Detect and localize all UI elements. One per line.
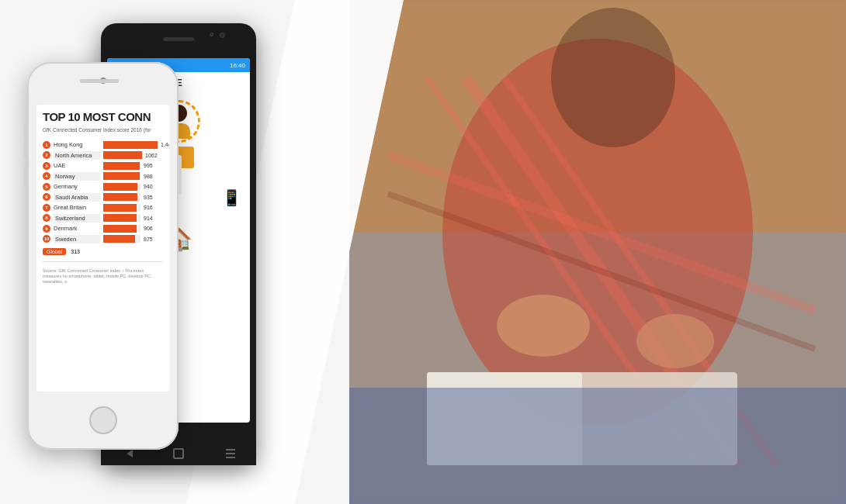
chart-row: 6 Saudi Arabia 935 — [43, 193, 163, 202]
bar-container — [103, 172, 140, 180]
rank-badge: 9 — [43, 225, 50, 233]
bar — [103, 162, 140, 170]
iphone: TOP 10 MOST CONN GfK Connected Consumer … — [27, 62, 179, 450]
photo-background — [349, 0, 846, 504]
iphone-mute-btn — [24, 124, 27, 138]
bar — [103, 193, 137, 201]
score-value: 995 — [144, 163, 163, 168]
iphone-home-button[interactable] — [89, 406, 117, 434]
score-value: 1062 — [145, 153, 165, 158]
bar-container — [103, 183, 140, 191]
bar — [103, 204, 137, 212]
bar — [103, 172, 140, 180]
score-value: 935 — [144, 195, 163, 200]
global-badge: Global — [43, 248, 66, 255]
android-camera — [220, 33, 225, 38]
global-score: 313 — [71, 249, 80, 254]
country-label: UAE — [54, 162, 100, 169]
country-label: Germany — [54, 183, 100, 190]
iphone-vol-up — [24, 140, 27, 159]
chart-row: 7 Great Britain 916 — [43, 204, 163, 212]
bar — [103, 151, 142, 159]
chart-container: 1 Hong Kong 1,4480 2 North America 1062 … — [43, 141, 163, 243]
android-speaker — [163, 37, 194, 41]
bar-container — [103, 141, 158, 149]
country-label: Norway — [54, 172, 100, 181]
iphone-speaker — [80, 79, 119, 83]
iphone-screen: TOP 10 MOST CONN GfK Connected Consumer … — [36, 105, 169, 392]
bar-container — [103, 214, 140, 222]
rank-badge: 1 — [43, 141, 50, 149]
divider — [43, 261, 163, 262]
chart-row: 8 Switzerland 914 — [43, 214, 163, 223]
score-value: 916 — [144, 205, 163, 210]
iphone-power-btn — [179, 155, 182, 194]
country-label: Saudi Arabia — [54, 193, 100, 202]
country-label: North America — [54, 151, 100, 160]
android-sensor — [210, 33, 213, 36]
score-value: 1,4480 — [161, 142, 169, 147]
country-label: Sweden — [54, 235, 100, 243]
bar-container — [103, 235, 140, 243]
bar — [103, 225, 137, 233]
rank-badge: 8 — [43, 214, 50, 222]
bar-container — [103, 225, 140, 233]
rank-badge: 2 — [43, 151, 50, 159]
iphone-chart-subtitle: GfK Connected Consumer Index score 2016 … — [43, 127, 163, 133]
iphone-vol-down — [24, 167, 27, 186]
chart-row: 5 Germany 940 — [43, 183, 163, 191]
rank-badge: 6 — [43, 193, 50, 201]
bar-container — [103, 162, 140, 170]
score-value: 988 — [144, 174, 163, 179]
chart-row: 10 Sweden 875 — [43, 235, 163, 243]
country-label: Great Britain — [54, 204, 100, 211]
country-label: Hong Kong — [54, 141, 100, 148]
rank-badge: 5 — [43, 183, 50, 191]
bar — [103, 141, 158, 149]
country-label: Switzerland — [54, 214, 100, 223]
global-row: Global 313 — [43, 248, 163, 255]
rank-badge: 4 — [43, 172, 50, 180]
chart-row: 9 Denmark 906 — [43, 225, 163, 233]
country-label: Denmark — [54, 225, 100, 232]
score-value: 940 — [144, 184, 163, 189]
bar-container — [103, 204, 140, 212]
bar-container — [103, 193, 140, 201]
bar-container — [103, 151, 142, 159]
chart-row: 4 Norway 988 — [43, 172, 163, 181]
rank-badge: 10 — [43, 235, 50, 243]
iphone-chart-title: TOP 10 MOST CONN — [43, 111, 163, 124]
devices-container: 16:40 WORLDWIDE — [16, 16, 349, 496]
score-value: 914 — [144, 216, 163, 221]
android-time: 16:40 — [230, 62, 245, 69]
android-recent-btn[interactable] — [224, 447, 238, 461]
rank-badge: 3 — [43, 162, 50, 170]
chart-row: 3 UAE 995 — [43, 162, 163, 170]
source-text: Source: GfK Connected Consumer Index – T… — [43, 268, 163, 285]
bar — [103, 214, 137, 222]
score-value: 906 — [144, 226, 163, 231]
chart-row: 1 Hong Kong 1,4480 — [43, 141, 163, 149]
score-value: 875 — [144, 236, 163, 242]
bar — [103, 235, 135, 243]
chart-row: 2 North America 1062 — [43, 151, 163, 160]
rank-badge: 7 — [43, 204, 50, 212]
iphone-screen-content: TOP 10 MOST CONN GfK Connected Consumer … — [36, 105, 169, 291]
android-home-btn[interactable] — [172, 447, 185, 461]
svg-rect-15 — [349, 0, 846, 504]
bar — [103, 183, 137, 191]
